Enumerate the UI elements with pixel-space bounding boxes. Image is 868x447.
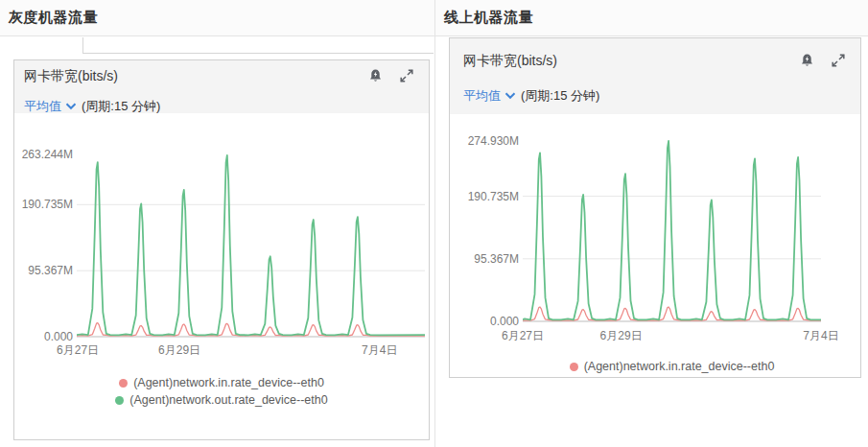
legend-label: (Agent)network.in.rate_device--eth0 (133, 376, 324, 389)
panel-header: 线上机器流量 (435, 0, 868, 36)
y-axis-tick-label: 95.367M (450, 251, 519, 267)
traffic-dashboard: 灰度机器流量 网卡带宽(bits/s) (0, 0, 868, 447)
chart-area[interactable]: 263.244M190.735M95.367M0.0006月27日6月29日7月… (14, 113, 429, 439)
y-axis-tick-label: 274.930M (450, 133, 519, 149)
chart-plot[interactable] (523, 129, 821, 327)
x-axis-tick-label: 6月27日 (489, 328, 556, 343)
panel-title: 线上机器流量 (444, 9, 533, 27)
expand-icon[interactable] (831, 53, 847, 69)
chart-card-header: 网卡带宽(bits/s) (14, 60, 429, 113)
x-axis-tick-label: 6月27日 (44, 342, 111, 358)
x-axis-tick-label: 7月4日 (346, 342, 413, 358)
series-line (523, 141, 821, 319)
aggregation-select[interactable]: 平均值 (463, 87, 516, 105)
x-axis-tick-label: 6月29日 (588, 328, 655, 343)
chart-card-title: 网卡带宽(bits/s) (24, 68, 419, 85)
y-axis-tick-label: 0.000 (450, 314, 519, 329)
series-line (77, 155, 425, 335)
card-header-icons (799, 53, 847, 69)
legend-dot-icon (570, 363, 578, 371)
legend-dot-icon (115, 396, 124, 405)
chart-plot[interactable] (77, 143, 425, 341)
panel-divider (434, 0, 435, 447)
legend-label: (Agent)network.out.rate_device--eth0 (129, 393, 327, 407)
aggregation-value: 平均值 (463, 87, 501, 105)
chart-legend: (Agent)network.in.rate_device--eth0(Agen… (14, 374, 429, 409)
chart-card: 网卡带宽(bits/s) (449, 37, 861, 378)
y-axis-tick-label: 263.244M (14, 147, 73, 162)
legend-item[interactable]: (Agent)network.in.rate_device--eth0 (523, 358, 821, 375)
chevron-down-icon (504, 92, 516, 100)
expand-icon[interactable] (399, 68, 415, 84)
aggregation-row: 平均值 (周期:15 分钟) (463, 87, 847, 105)
x-axis-tick-label: 7月4日 (787, 328, 855, 343)
legend-dot-icon (119, 379, 128, 388)
chart-legend: (Agent)network.in.rate_device--eth0 (523, 358, 821, 375)
chevron-down-icon (65, 103, 77, 110)
alarm-bell-icon[interactable] (799, 53, 815, 69)
chart-card: 网卡带宽(bits/s) (13, 59, 430, 440)
legend-label: (Agent)network.in.rate_device--eth0 (584, 360, 775, 373)
chart-card-header: 网卡带宽(bits/s) (450, 38, 860, 114)
panel-gray-machines: 灰度机器流量 网卡带宽(bits/s) (0, 0, 434, 447)
y-axis-tick-label: 190.735M (450, 189, 519, 204)
chart-area[interactable]: 274.930M190.735M95.367M0.0006月27日6月29日7月… (450, 114, 860, 377)
y-axis-tick-label: 95.367M (14, 263, 73, 278)
card-header-icons (367, 68, 415, 84)
panel-online-machines: 线上机器流量 网卡带宽(bits/s) (435, 0, 868, 447)
alarm-bell-icon[interactable] (367, 68, 384, 84)
legend-item[interactable]: (Agent)network.in.rate_device--eth0 (14, 374, 429, 391)
legend-item[interactable]: (Agent)network.out.rate_device--eth0 (14, 391, 429, 409)
panel-header: 灰度机器流量 (0, 0, 434, 36)
y-axis-tick-label: 190.735M (14, 197, 73, 212)
previous-card-edge (82, 37, 434, 54)
chart-card-title: 网卡带宽(bits/s) (463, 53, 847, 70)
panel-title: 灰度机器流量 (9, 9, 98, 27)
x-axis-tick-label: 6月29日 (146, 342, 213, 358)
period-label: (周期:15 分钟) (521, 87, 599, 105)
